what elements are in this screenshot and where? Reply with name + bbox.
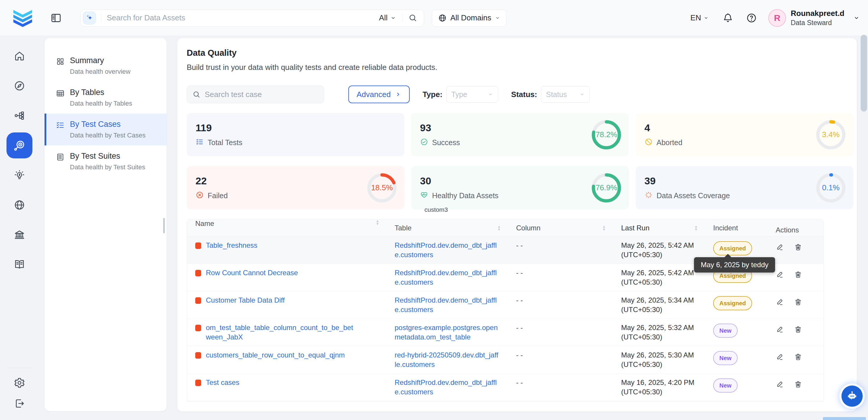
column-header-column[interactable]: Column▲▼: [508, 219, 613, 236]
last-run-value: May 26, 2025, 5:34 AM(UTC+05:30): [613, 291, 705, 319]
icon-rail: [0, 36, 39, 420]
sidebar-toggle-icon[interactable]: [50, 12, 62, 24]
sidebar-item-glossary-icon[interactable]: [11, 256, 28, 273]
user-avatar[interactable]: R: [768, 9, 786, 27]
stats-grid: 119 Total Tests 93 Success 78.2% 4 Abort…: [187, 113, 853, 209]
column-header-last-run[interactable]: Last Run▲▼: [613, 219, 705, 236]
test-case-name-link[interactable]: Customer Table Data Diff: [206, 296, 285, 305]
stat-value: 39: [645, 175, 730, 187]
delete-icon-button[interactable]: [794, 298, 802, 306]
horizontal-scrollbar-thumb[interactable]: [823, 417, 866, 420]
test-case-name-link[interactable]: Row Count Cannot Decrease: [206, 268, 298, 277]
sidebar-item-lineage-icon[interactable]: [11, 107, 28, 124]
test-case-name-link[interactable]: customers_table_row_count_to_equal_qjnm: [206, 351, 345, 360]
user-menu[interactable]: Rounakpreet.d Data Steward: [791, 9, 844, 27]
search-icon: [192, 90, 200, 98]
column-value: - -: [508, 319, 613, 346]
delete-icon-button[interactable]: [794, 380, 802, 388]
page-scrollbar-thumb[interactable]: [861, 35, 867, 112]
edit-icon-button[interactable]: [776, 353, 784, 361]
sidebar-item-insights-icon[interactable]: [11, 167, 28, 183]
test-case-name-link[interactable]: om_test_table_table_column_count_to_be_b…: [206, 323, 353, 342]
nav-item-description: Data health by Test Suites: [70, 163, 145, 171]
table-link[interactable]: red-hybrid-20250509.dev.dbt_jaffle.custo…: [395, 351, 500, 369]
test-case-name-link[interactable]: Test cases: [206, 378, 239, 387]
chevron-down-icon: [704, 16, 709, 21]
column-value: - -: [508, 264, 613, 291]
table-link[interactable]: postgres-example.postgres.openmetadata.o…: [395, 323, 500, 342]
sort-carets-icon[interactable]: ▲▼: [690, 225, 698, 231]
sidebar-item-domains-icon[interactable]: [11, 197, 28, 213]
domains-dropdown[interactable]: All Domains: [432, 9, 506, 27]
incident-badge[interactable]: New: [713, 351, 738, 365]
global-search-input[interactable]: [107, 13, 379, 22]
ai-sparkle-icon[interactable]: [83, 11, 96, 25]
test-case-name-link[interactable]: Table_freshness: [206, 241, 257, 250]
table-link[interactable]: RedshiftProd.dev.demo_dbt_jaffle.custome…: [395, 268, 500, 287]
delete-icon-button[interactable]: [794, 243, 802, 251]
language-dropdown[interactable]: EN: [690, 13, 709, 22]
incident-tooltip: May 6, 2025 by teddy: [694, 257, 775, 272]
table-link[interactable]: RedshiftProd.dev.demo_dbt_jaffle.custome…: [395, 296, 500, 314]
nav-item-by-test-cases[interactable]: By Test Cases Data health by Test Cases: [44, 114, 167, 145]
incident-badge[interactable]: New: [713, 324, 738, 338]
last-run-value: May 26, 2025, 5:42 AM(UTC+05:30): [613, 237, 705, 264]
delete-icon-button[interactable]: [794, 353, 802, 361]
type-filter-select[interactable]: Type: [446, 86, 498, 102]
divider: [7, 368, 32, 368]
edit-icon-button[interactable]: [776, 243, 784, 251]
nav-item-by-tables[interactable]: By Tables Data health by Tables: [44, 82, 167, 114]
nav-item-by-test-suites[interactable]: By Test Suites Data health by Test Suite…: [44, 145, 167, 177]
chevron-down-icon[interactable]: [853, 15, 860, 21]
edit-icon-button[interactable]: [776, 298, 784, 306]
sort-carets-icon[interactable]: ▲▼: [598, 225, 606, 231]
rail-footer: [0, 368, 39, 416]
stat-value: 22: [195, 175, 228, 187]
sidebar-item-explore-icon[interactable]: [11, 78, 28, 94]
search-icon[interactable]: [408, 13, 417, 22]
app-logo-icon: [12, 8, 34, 28]
table-header-row: Name▲▼Table▲▼Column▲▼Last Run▲▼IncidentA…: [187, 219, 824, 237]
nav-item-summary[interactable]: Summary Data health overview: [44, 50, 167, 82]
help-icon[interactable]: [746, 12, 757, 24]
sidebar-item-settings-icon[interactable]: [11, 374, 28, 391]
chevron-right-icon: [395, 91, 401, 98]
edit-icon-button[interactable]: [776, 325, 784, 334]
donut-chart: 76.9%: [591, 173, 622, 203]
user-role: Data Steward: [791, 19, 844, 27]
incident-badge[interactable]: Assigned: [713, 296, 752, 310]
stat-card-total-tests: 119 Total Tests: [187, 113, 404, 156]
table-link[interactable]: RedshiftProd.dev.demo_dbt_jaffle.custome…: [395, 241, 500, 260]
incident-badge[interactable]: New: [713, 379, 738, 393]
sort-carets-icon[interactable]: ▲▼: [493, 225, 501, 231]
sidebar-item-home-icon[interactable]: [11, 48, 28, 64]
search-scope-dropdown[interactable]: All: [379, 13, 396, 22]
nav-item-title: By Test Suites: [70, 152, 145, 161]
sort-carets-icon[interactable]: ▲▼: [372, 219, 379, 225]
advanced-filter-button[interactable]: Advanced: [348, 86, 410, 103]
column-value: - -: [508, 237, 613, 264]
panel-scrollbar-thumb[interactable]: [163, 218, 165, 233]
stat-label: Aborted: [656, 138, 682, 147]
sidebar-item-data-quality-icon[interactable]: [6, 132, 32, 158]
sidebar-item-logout-icon[interactable]: [11, 395, 28, 412]
custom3-label: custom3: [425, 206, 448, 213]
donut-percent-label: 3.4%: [815, 119, 846, 150]
edit-icon-button[interactable]: [776, 380, 784, 388]
test-case-search-input[interactable]: [205, 90, 318, 99]
incident-badge[interactable]: Assigned: [713, 241, 752, 256]
check-circle-icon: [420, 138, 428, 147]
delete-icon-button[interactable]: [794, 325, 802, 334]
notifications-bell-icon[interactable]: [722, 12, 734, 24]
sidebar-item-governance-icon[interactable]: [11, 227, 28, 243]
status-filter-select[interactable]: Status: [541, 86, 590, 102]
table-row: om_test_table_table_column_count_to_be_b…: [187, 319, 824, 346]
delete-icon-button[interactable]: [794, 270, 802, 279]
table-link[interactable]: RedshiftProd.dev.demo_dbt_jaffle.custome…: [395, 378, 500, 397]
edit-icon-button[interactable]: [776, 270, 784, 279]
chatbot-button[interactable]: [841, 386, 863, 407]
donut-percent-label: 0.1%: [815, 173, 846, 203]
column-header-table[interactable]: Table▲▼: [386, 219, 508, 236]
global-search-bar: All: [80, 9, 424, 27]
column-header-name[interactable]: Name▲▼: [187, 219, 386, 236]
